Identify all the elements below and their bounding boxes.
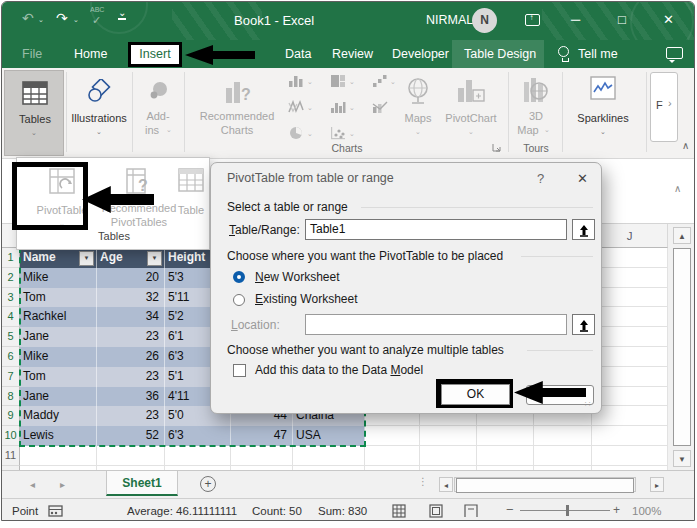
redo-icon[interactable]: ↷	[56, 10, 68, 26]
zoom-slider-track[interactable]	[520, 510, 610, 511]
table-cell[interactable]: 23	[97, 367, 165, 387]
table-cell[interactable]: Tom	[20, 288, 97, 308]
cell[interactable]	[592, 307, 668, 327]
tab-insert[interactable]: Insert	[128, 42, 182, 67]
table-cell[interactable]: 32	[97, 288, 165, 308]
cell[interactable]	[592, 347, 668, 367]
illustrations-button[interactable]: Illustrations ⌄	[68, 70, 130, 156]
radio-existing-worksheet[interactable]	[233, 294, 245, 306]
minimize-button[interactable]: ─	[571, 12, 580, 27]
avatar[interactable]: N	[472, 8, 497, 33]
table-cell[interactable]: Rachkel	[20, 307, 97, 327]
cell[interactable]	[365, 426, 420, 446]
recommended-charts-button[interactable]: ? Recommended Charts	[190, 70, 284, 156]
cell[interactable]	[97, 446, 165, 466]
line-chart-icon[interactable]	[288, 100, 304, 118]
ok-button[interactable]: OK	[441, 384, 510, 405]
cell[interactable]	[592, 387, 668, 407]
sparklines-button[interactable]: Sparklines ⌄	[564, 70, 642, 156]
row-number-1[interactable]: 1	[2, 248, 20, 268]
macro-record-icon[interactable]	[48, 505, 63, 517]
cell[interactable]	[592, 268, 668, 288]
scroll-up-button[interactable]: ▲	[673, 227, 691, 244]
hscroll-left-button[interactable]: ◂	[439, 477, 453, 492]
cell[interactable]	[592, 446, 668, 466]
tab-scroll-divider[interactable]: ⋮	[418, 476, 428, 487]
cell[interactable]	[534, 426, 592, 446]
row-number-2[interactable]: 2	[2, 268, 20, 288]
tables-button[interactable]: Tables ⌄	[4, 70, 64, 156]
qat-customize-icon[interactable]: ⌄	[118, 8, 126, 20]
cell[interactable]	[592, 327, 668, 347]
horizontal-scroll-thumb[interactable]	[456, 478, 634, 493]
comments-icon[interactable]	[666, 47, 683, 59]
status-count[interactable]: Count: 50	[252, 499, 302, 521]
row-number-8[interactable]: 8	[2, 387, 20, 407]
account-name[interactable]: NIRMAL	[426, 13, 473, 27]
table-cell[interactable]: 26	[97, 347, 165, 367]
table-header-age[interactable]: Age▼	[97, 248, 165, 268]
radio-new-worksheet-label[interactable]: New Worksheet	[255, 270, 339, 284]
table-cell[interactable]: Jane	[20, 327, 97, 347]
table-header-name[interactable]: Name▼	[20, 248, 97, 268]
cell[interactable]	[534, 446, 592, 466]
status-sum[interactable]: Sum: 830	[318, 499, 367, 521]
table-cell[interactable]: USA	[293, 426, 365, 446]
group-overflow-icon[interactable]: ›	[668, 97, 672, 109]
location-input[interactable]	[305, 314, 567, 335]
range-select-button[interactable]	[572, 219, 595, 240]
tab-home[interactable]: Home	[74, 40, 107, 68]
table-range-input[interactable]: Table1	[305, 219, 567, 240]
tab-data[interactable]: Data	[285, 40, 311, 68]
cell[interactable]	[420, 426, 477, 446]
table-cell[interactable]: 36	[97, 387, 165, 407]
zoom-slider-thumb[interactable]	[566, 505, 569, 516]
table-cell[interactable]: Tom	[20, 367, 97, 387]
table-cell[interactable]: 52	[97, 426, 165, 446]
tab-file[interactable]: File	[22, 40, 42, 68]
undo-icon[interactable]: ↶	[22, 10, 34, 26]
cell[interactable]	[477, 446, 534, 466]
redo-dropdown-icon[interactable]: ⌄	[73, 16, 79, 24]
radio-existing-worksheet-label[interactable]: Existing Worksheet	[255, 292, 358, 306]
dialog-close-icon[interactable]: ✕	[577, 171, 588, 186]
cell[interactable]	[293, 446, 365, 466]
table-cell[interactable]: 23	[97, 327, 165, 347]
cell[interactable]	[165, 446, 231, 466]
vertical-scrollbar[interactable]: ▲ ▼	[668, 224, 695, 470]
normal-view-icon[interactable]	[392, 504, 406, 518]
tab-review[interactable]: Review	[332, 40, 373, 68]
filter-dropdown-icon[interactable]: ▼	[147, 251, 162, 266]
table-cell[interactable]: 6'3	[165, 426, 231, 446]
table-cell[interactable]: 23	[97, 406, 165, 426]
table-cell[interactable]: Jane	[20, 387, 97, 407]
status-average[interactable]: Average: 46.11111111	[127, 499, 237, 521]
flyout-table-item[interactable]: Table	[173, 162, 209, 236]
maximize-button[interactable]: □	[618, 12, 626, 27]
dialog-resize-grip[interactable]: ⸬	[585, 399, 591, 409]
add-to-data-model-label[interactable]: Add this data to the Data Model	[255, 363, 423, 377]
add-ins-button[interactable]: Add- ins ⌄	[134, 70, 182, 156]
radio-new-worksheet[interactable]	[233, 271, 245, 283]
horizontal-scrollbar[interactable]	[454, 477, 636, 492]
combo-chart-icon[interactable]	[372, 100, 388, 118]
page-break-view-icon[interactable]	[464, 504, 478, 518]
cell[interactable]	[20, 446, 97, 466]
add-to-data-model-checkbox[interactable]	[233, 364, 246, 377]
table-cell[interactable]: 47	[231, 426, 293, 446]
row-number-4[interactable]: 4	[2, 307, 20, 327]
cell[interactable]	[592, 288, 668, 308]
new-sheet-button[interactable]: +	[200, 476, 216, 492]
scroll-down-button[interactable]: ▼	[673, 450, 691, 467]
column-header-J[interactable]: J	[592, 224, 668, 248]
sheet-nav-left-icon[interactable]: ◂	[30, 479, 35, 490]
row-number-5[interactable]: 5	[2, 327, 20, 347]
vertical-scroll-thumb[interactable]	[673, 248, 691, 446]
cell[interactable]	[420, 446, 477, 466]
column-chart-icon[interactable]	[288, 74, 304, 92]
charts-dialog-launcher-icon[interactable]	[492, 143, 502, 153]
treemap-chart-icon[interactable]	[330, 74, 346, 92]
undo-dropdown-icon[interactable]: ⌄	[38, 16, 44, 24]
cell[interactable]	[231, 446, 293, 466]
formula-bar-expand-icon[interactable]: ∧	[674, 183, 681, 194]
